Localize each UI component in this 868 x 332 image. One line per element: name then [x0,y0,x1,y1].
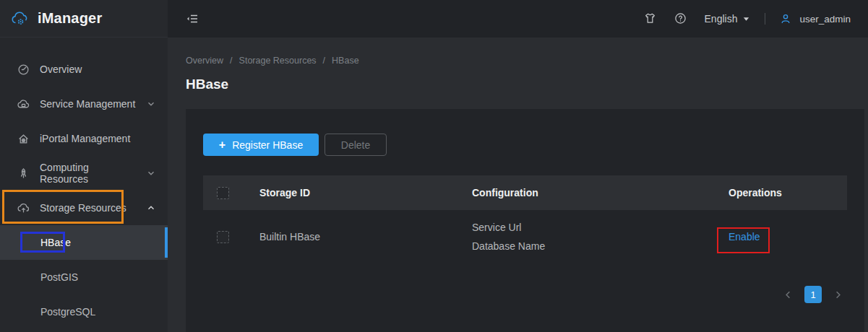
storage-id-cell: Builtin HBase [259,231,472,243]
sidebar-item-overview[interactable]: Overview [0,52,168,87]
sidebar-subitem-label: PostGIS [40,271,78,283]
sidebar-subitem-hbase[interactable]: HBase [0,225,168,260]
breadcrumb-current: HBase [332,56,359,66]
sidebar-subitem-postgis[interactable]: PostGIS [0,260,168,294]
sidebar-nav: Overview Service Management [0,38,168,332]
rocket-icon [17,167,30,180]
sidebar-item-label: iPortal Management [40,133,156,144]
gauge-icon [17,64,30,76]
language-selector[interactable]: English [705,13,751,25]
configuration-cell: Service Url Database Name [472,218,729,255]
sidebar-collapse-icon[interactable] [186,12,199,25]
select-all-checkbox[interactable] [217,187,229,199]
pagination-next-icon[interactable] [833,289,843,300]
topbar: English user_admin [168,0,868,38]
help-icon[interactable] [674,12,687,25]
main-area: English user_admin [168,0,868,332]
user-menu[interactable]: user_admin [780,13,851,25]
pagination-prev-icon[interactable] [783,289,794,300]
plus-icon: + [219,139,225,151]
chevron-down-icon [146,99,156,109]
pagination-page-1[interactable]: 1 [804,286,822,303]
sidebar-subitem-postgresql[interactable]: PostgreSQL [0,294,168,329]
configuration-line-service-url: Service Url [472,218,729,237]
breadcrumb: Overview / Storage Resources / HBase [186,56,864,66]
topbar-divider [765,13,765,25]
row-select-cell [203,231,259,243]
cloud-upload-icon [17,202,30,214]
table-header-row: Storage ID Configuration Operations [203,175,847,210]
chevron-up-icon [146,203,156,213]
storage-table: Storage ID Configuration Operations Buil… [203,175,847,263]
content: Overview / Storage Resources / HBase HBa… [168,38,868,332]
sidebar-subitem-label: PostgreSQL [40,306,95,318]
logo-area: iManager [0,0,168,38]
home-globe-icon [17,133,30,145]
content-panel: + Register HBase Delete Storage ID Confi… [186,109,864,332]
sidebar-item-iportal-management[interactable]: iPortal Management [0,121,168,156]
enable-link[interactable]: Enable [729,231,760,243]
column-header-operations: Operations [729,187,847,198]
sidebar-item-storage-resources[interactable]: Storage Resources [0,191,168,225]
theme-skin-icon[interactable] [644,12,657,25]
sidebar-item-label: Computing Resources [40,162,136,185]
sidebar-item-label: Storage Resources [40,202,136,214]
caret-down-icon [742,15,750,23]
column-header-configuration: Configuration [472,187,729,198]
select-all-cell [203,187,259,199]
chevron-down-icon [146,168,156,178]
username-label: user_admin [799,14,851,25]
sidebar-subitem-label: HBase [40,237,71,248]
pagination: 1 [203,286,847,303]
topbar-right: English user_admin [644,12,851,25]
language-label: English [705,13,738,25]
register-hbase-label: Register HBase [232,139,303,151]
column-header-storage-id: Storage ID [259,187,472,198]
row-checkbox[interactable] [217,231,229,243]
toolbar: + Register HBase Delete [203,134,847,156]
register-hbase-button[interactable]: + Register HBase [203,134,319,156]
breadcrumb-storage-resources[interactable]: Storage Resources [239,56,317,66]
table-row: Builtin HBase Service Url Database Name … [203,210,847,263]
sidebar-item-computing-resources[interactable]: Computing Resources [0,156,168,191]
delete-button[interactable]: Delete [325,134,387,156]
user-icon [780,13,791,25]
app-window: iManager Overview Service Manage [0,0,868,332]
page-title: HBase [186,77,864,92]
sidebar-item-service-management[interactable]: Service Management [0,87,168,121]
configuration-line-database-name: Database Name [472,237,729,255]
breadcrumb-separator: / [230,56,232,66]
sidebar-item-label: Overview [40,64,156,75]
sidebar-item-label: Service Management [40,98,136,110]
operations-cell: Enable [729,231,847,243]
breadcrumb-overview[interactable]: Overview [186,56,223,66]
cloud-service-icon [17,98,30,110]
sidebar: iManager Overview Service Manage [0,0,168,332]
breadcrumb-separator: / [323,56,325,66]
cloud-gear-logo-icon [11,11,30,27]
app-title: iManager [38,10,102,27]
